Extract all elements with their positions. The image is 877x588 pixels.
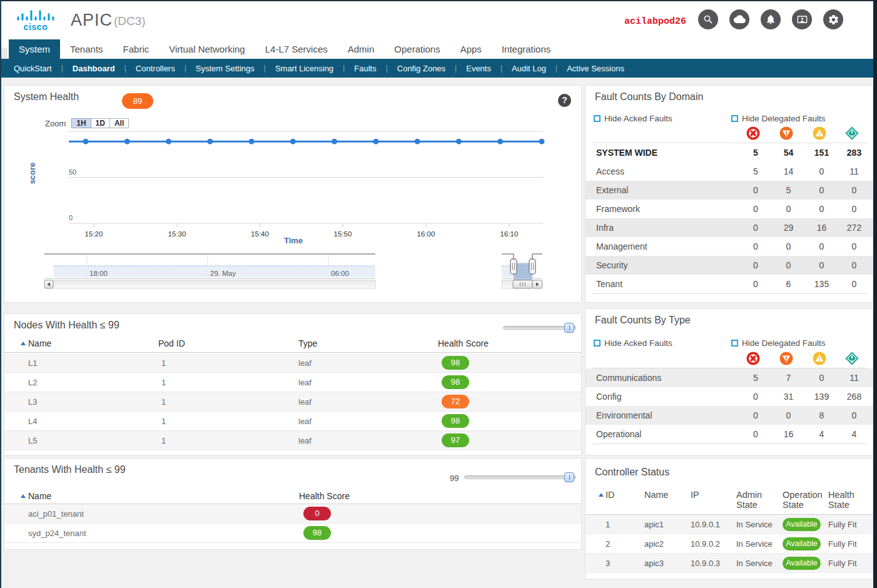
subnav-separator: | [61,64,63,73]
node-row-l3[interactable]: L31leaf72 [4,392,581,412]
node-pod-id: 1 [161,436,166,445]
tab-fabric[interactable]: Fabric [113,39,160,59]
hide-delegated-faults-checkbox[interactable]: Hide Delegated Faults [731,338,826,348]
fault-count: 0 [753,204,758,214]
bell-icon[interactable] [761,9,781,29]
column-header-type[interactable]: Type [298,338,317,348]
checkbox-box[interactable] [731,115,738,122]
fault-row-tenant[interactable]: Tenant061350 [586,275,873,293]
node-row-l2[interactable]: L21leaf98 [4,373,581,392]
sub-nav: QuickStart|Dashboard|Controllers|System … [0,59,873,78]
fault-row-security[interactable]: Security0000 [586,256,873,275]
user-screen-icon[interactable] [792,9,812,29]
node-row-l4[interactable]: L41leaf98 [4,412,581,431]
sort-asc-icon[interactable] [21,491,26,501]
zoom-button-1h[interactable]: 1H [71,118,91,128]
column-header-id[interactable]: ID [606,490,615,500]
checkbox-box[interactable] [594,115,601,122]
fault-row-management[interactable]: Management0000 [586,237,873,256]
subnav-item-dashboard[interactable]: Dashboard [73,64,115,73]
subnav-item-audit-log[interactable]: Audit Log [512,64,546,73]
subnav-item-active-sessions[interactable]: Active Sessions [567,64,624,73]
checkbox-box[interactable] [594,340,601,347]
tab-tenants[interactable]: Tenants [60,39,113,59]
fault-count: 0 [786,410,791,420]
subnav-item-system-settings[interactable]: System Settings [196,64,255,73]
fault-row-infra[interactable]: Infra02916272 [586,218,873,237]
column-header-health-score[interactable]: Health Score [438,338,489,348]
fault-count: 14 [784,166,794,176]
node-name: L2 [28,378,37,387]
fault-row-external[interactable]: External0500 [586,181,873,200]
hide-acked-faults-checkbox[interactable]: Hide Acked Faults [594,114,672,123]
column-header-pod-id[interactable]: Pod ID [158,338,185,348]
column-header-name[interactable]: Name [28,338,51,348]
sort-asc-icon[interactable] [599,490,604,500]
tab-apps[interactable]: Apps [450,39,492,59]
column-header-health-score[interactable]: Health Score [299,491,350,501]
fault-count: 0 [753,279,758,289]
column-header-name[interactable]: Name [644,490,669,500]
logged-in-username[interactable]: acilabpod26 [624,16,686,27]
fault-row-framework[interactable]: Framework0000 [586,200,873,218]
column-header-health-state[interactable]: Health State [828,490,866,510]
subnav-item-faults[interactable]: Faults [354,64,376,73]
svg-text:16:00: 16:00 [417,230,435,238]
fault-count: 5 [753,373,758,383]
tab-integrations[interactable]: Integrations [492,39,560,59]
node-row-l1[interactable]: L11leaf98 [4,353,581,373]
checkbox-box[interactable] [731,340,738,347]
node-row-l5[interactable]: L51leaf97 [4,431,581,450]
subnav-item-controllers[interactable]: Controllers [136,64,175,73]
column-header-name[interactable]: Name [28,491,51,501]
zoom-button-1d[interactable]: 1D [91,118,110,128]
column-header-operation-state[interactable]: Operation State [783,490,826,510]
tab-l4-l7-services[interactable]: L4-L7 Services [255,39,338,59]
fault-row-system-wide[interactable]: SYSTEM WIDE554151283 [586,143,873,162]
tab-system[interactable]: System [9,39,60,59]
tenant-row-aci_p01_tenant[interactable]: aci_p01_tenant0 [4,504,581,524]
hide-acked-faults-checkbox[interactable]: Hide Acked Faults [594,338,672,348]
minor-severity-column [813,352,826,365]
major-severity-column [779,126,793,140]
fault-row-operational[interactable]: Operational01644 [586,425,873,444]
help-icon[interactable]: ? [558,94,571,107]
column-header-ip[interactable]: IP [691,490,699,500]
controller-row-apic1[interactable]: 1apic110.9.0.1In ServiceAvailableFully F… [586,515,873,534]
tab-virtual-networking[interactable]: Virtual Networking [159,39,255,59]
tab-admin[interactable]: Admin [338,39,385,59]
controller-name: apic3 [644,559,664,568]
fault-row-communications[interactable]: Communications57011 [586,368,873,387]
slider-track[interactable] [464,475,576,479]
column-header-admin-state[interactable]: Admin State [736,490,774,510]
hide-delegated-faults-checkbox[interactable]: Hide Delegated Faults [731,114,826,123]
gear-icon[interactable] [823,9,843,29]
critical-fault-icon [746,126,760,140]
fault-row-environmental[interactable]: Environmental0080 [586,406,873,425]
search-icon[interactable] [698,9,718,29]
fault-row-label: Config [596,392,621,402]
controller-row-apic2[interactable]: 2apic210.9.0.2In ServiceAvailableFully F… [586,534,873,554]
subnav-item-config-zones[interactable]: Config Zones [397,64,445,73]
sort-asc-icon[interactable] [21,338,26,348]
slider-knob[interactable] [564,323,574,333]
svg-text:cisco: cisco [24,22,48,32]
fault-row-access[interactable]: Access514011 [586,162,873,181]
tab-operations[interactable]: Operations [384,39,450,59]
fault-row-config[interactable]: Config031139268 [586,387,873,406]
main-nav: SystemTenantsFabricVirtual NetworkingL4-… [0,39,873,59]
fault-count: 0 [786,204,791,214]
subnav-item-events[interactable]: Events [466,64,491,73]
subnav-item-quickstart[interactable]: QuickStart [14,64,52,73]
cloud-icon[interactable] [729,9,749,29]
fault-row-label: Tenant [596,279,622,289]
tenant-row-syd_p24_tenant[interactable]: syd_p24_tenant98 [4,524,581,543]
slider-knob[interactable] [564,472,574,482]
controller-health-state: Fully Fit [828,539,857,549]
controller-row-apic3[interactable]: 3apic310.9.0.3In ServiceAvailableFully F… [586,554,873,573]
navigator-handle[interactable] [510,259,517,274]
health-score-pill: 98 [303,526,331,540]
subnav-item-smart-licensing[interactable]: Smart Licensing [275,64,333,73]
zoom-button-all[interactable]: All [110,118,129,128]
navigator-handle[interactable] [529,259,535,274]
